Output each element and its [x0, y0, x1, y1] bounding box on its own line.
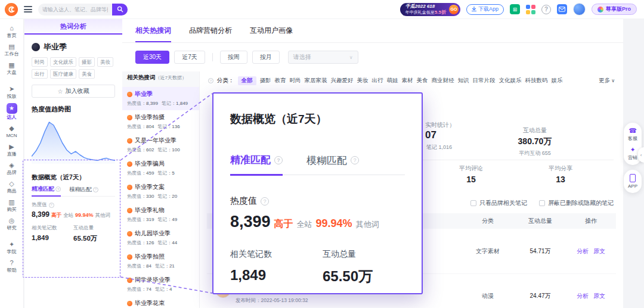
info-icon[interactable]: ? — [274, 156, 283, 164]
tab-brand-marketing[interactable]: 品牌营销分析 — [189, 19, 232, 42]
list-item[interactable]: 毕业季拍照 热度值：84笔记：21 — [122, 250, 199, 273]
category-chip[interactable]: 美妆 — [357, 77, 369, 85]
hotword-analysis-tab[interactable]: 热词分析 — [24, 19, 122, 35]
list-item[interactable]: 毕业季 热度值：8,399笔记：1,849 — [122, 87, 199, 110]
list-item[interactable]: 毕业季花束 热度值：笔记： — [122, 296, 199, 308]
tab-fuzzy-match[interactable]: 模糊匹配 ? — [306, 153, 359, 175]
apps-grid-icon[interactable] — [526, 5, 535, 14]
info-icon[interactable]: ? — [49, 203, 54, 208]
filter-7d-button[interactable]: 近7天 — [174, 51, 205, 64]
category-chip[interactable]: 素材 — [402, 77, 413, 85]
search-input[interactable] — [38, 7, 112, 13]
category-chip[interactable]: 教育 — [275, 77, 286, 85]
collapse-handle[interactable]: ‹ — [638, 147, 644, 163]
sidebar-item-brand[interactable]: ◈品牌 — [1, 159, 23, 178]
sidebar-item-goods[interactable]: ◇商品 — [1, 178, 23, 196]
category-chip[interactable]: 美食 — [417, 77, 428, 85]
category-chip[interactable]: 出行 — [372, 77, 383, 85]
sidebar-item-talent[interactable]: ★达人 — [1, 101, 23, 122]
tag-chip[interactable]: 时尚 — [32, 57, 48, 67]
user-avatar[interactable] — [573, 3, 586, 15]
qiangua-logo-icon[interactable] — [5, 3, 18, 16]
hotword-bullet-icon — [127, 208, 132, 213]
category-chip[interactable]: 萌娃 — [387, 77, 398, 85]
tag-chip[interactable]: 出行 — [32, 69, 48, 79]
tab-fuzzy-match[interactable]: 模糊匹配 ? — [69, 185, 98, 196]
app-download-button[interactable]: APP — [628, 174, 637, 189]
list-item[interactable]: 幼儿园毕业季 热度值：126笔记：44 — [122, 226, 199, 250]
info-icon[interactable]: ? — [351, 156, 359, 164]
filter-select[interactable]: 请选择 ∨ — [288, 51, 358, 64]
category-chip[interactable]: 知识 — [458, 77, 469, 85]
list-item[interactable]: 毕业季礼物 热度值：319笔记：49 — [122, 203, 199, 226]
list-item[interactable]: 毕业季文案 热度值：330笔记：20 — [122, 180, 199, 203]
store-icon[interactable]: ⊞ — [510, 4, 520, 14]
category-chip[interactable]: 文化娱乐 — [499, 77, 522, 85]
sidebar-item-purchase[interactable]: ▥购买 — [1, 196, 23, 214]
filter-week-button[interactable]: 按周 — [220, 51, 247, 64]
list-item[interactable]: 毕业季拍摄 热度值：804笔记：136 — [122, 110, 199, 133]
add-favorite-button[interactable]: ☆ 加入收藏 — [32, 85, 115, 98]
search-button[interactable] — [112, 4, 128, 15]
tag-chip[interactable]: 医疗健康 — [50, 69, 76, 79]
hotword-bullet-icon — [127, 301, 132, 306]
list-item[interactable]: 又是一年毕业季 热度值：602笔记：100 — [122, 133, 199, 157]
sidebar-item-market[interactable]: ▦大盘 — [1, 59, 23, 77]
stats-header-partial: 实时统计） — [425, 121, 455, 129]
hotword-tags: 时尚 文化娱乐 摄影 美妆 出行 医疗健康 美食 — [32, 57, 115, 79]
sidebar-item-academy[interactable]: ✦学院 — [1, 238, 23, 257]
info-icon[interactable]: ? — [93, 187, 98, 192]
customer-service-button[interactable]: ☎ 客服 — [628, 127, 637, 142]
category-chip[interactable]: 商业财经 — [432, 77, 454, 85]
collapse-menu-icon[interactable] — [24, 6, 32, 13]
category-chip[interactable]: 科技数码 — [525, 77, 548, 85]
pro-badge[interactable]: 尊享版Pro — [592, 4, 637, 15]
tag-chip[interactable]: 美食 — [79, 69, 95, 79]
sidebar-item-workbench[interactable]: ▤工作台 — [1, 41, 23, 59]
category-more-button[interactable]: 更多 ∨ — [599, 77, 615, 85]
tag-chip[interactable]: 摄影 — [79, 57, 95, 67]
tab-precise-match[interactable]: 精准匹配 ? — [230, 153, 283, 176]
phone-icon — [630, 174, 636, 182]
tab-user-portrait[interactable]: 互动用户画像 — [250, 19, 293, 42]
tag-chip[interactable]: 美妆 — [97, 57, 113, 67]
original-link[interactable]: 原文 — [593, 292, 605, 300]
info-icon[interactable]: ? — [261, 197, 269, 206]
help-icon[interactable]: ? — [541, 5, 551, 14]
category-chip[interactable]: 日常片段 — [473, 77, 496, 85]
category-all[interactable]: 全部 — [238, 76, 256, 85]
trend-area — [32, 122, 115, 164]
sidebar-item-home[interactable]: ⌂首页 — [1, 22, 23, 41]
filter-month-button[interactable]: 按月 — [252, 51, 280, 64]
list-item[interactable]: 同学录毕业季 热度值：74笔记：4 — [122, 273, 199, 296]
message-icon[interactable] — [557, 4, 567, 14]
add-favorite-label: 加入收藏 — [65, 87, 89, 95]
list-item[interactable]: 毕业季骗局 热度值：459笔记：5 — [122, 157, 199, 180]
marketing-button[interactable]: ✦ 营销 — [628, 146, 637, 161]
hotword-bullet-icon — [127, 231, 132, 237]
tab-related-hotwords[interactable]: 相关热搜词 — [135, 19, 171, 42]
filter-30d-button[interactable]: 近30天 — [135, 51, 169, 64]
sidebar-item-delivery[interactable]: ➤投放 — [1, 83, 23, 101]
sidebar-item-mcn[interactable]: ◆MCN — [1, 122, 23, 141]
download-app-button[interactable]: 下载App — [466, 4, 504, 15]
tag-chip[interactable]: 文化娱乐 — [50, 57, 76, 67]
category-chip[interactable]: 家居家装 — [305, 77, 327, 85]
promo-banner[interactable]: 千瓜2022 618 年中庆礼盒低至5.5折 GO — [400, 3, 460, 16]
analyze-link[interactable]: 分析 — [577, 247, 589, 256]
hide-deleted-checkbox[interactable]: 屏蔽已删除或隐藏的笔记 — [539, 199, 614, 207]
category-chip[interactable]: 摄影 — [260, 77, 271, 85]
original-link[interactable]: 原文 — [593, 247, 605, 256]
category-chip[interactable]: 娱乐 — [552, 77, 563, 85]
info-icon[interactable]: ? — [208, 78, 213, 83]
brand-notes-checkbox[interactable]: 只看品牌相关笔记 — [470, 199, 527, 207]
sidebar-item-live[interactable]: ▶直播 — [1, 141, 23, 159]
tab-precise-match[interactable]: 精准匹配 ? — [32, 185, 61, 197]
category-chip[interactable]: 兴趣爱好 — [331, 77, 354, 85]
category-chip[interactable]: 时尚 — [290, 77, 301, 85]
sidebar-item-help[interactable]: ?帮助 — [1, 257, 23, 275]
analyze-link[interactable]: 分析 — [577, 292, 589, 300]
promo-go-button[interactable]: GO — [449, 5, 459, 14]
info-icon[interactable]: ? — [55, 186, 61, 192]
sidebar-item-research[interactable]: ◎研究 — [1, 214, 23, 233]
